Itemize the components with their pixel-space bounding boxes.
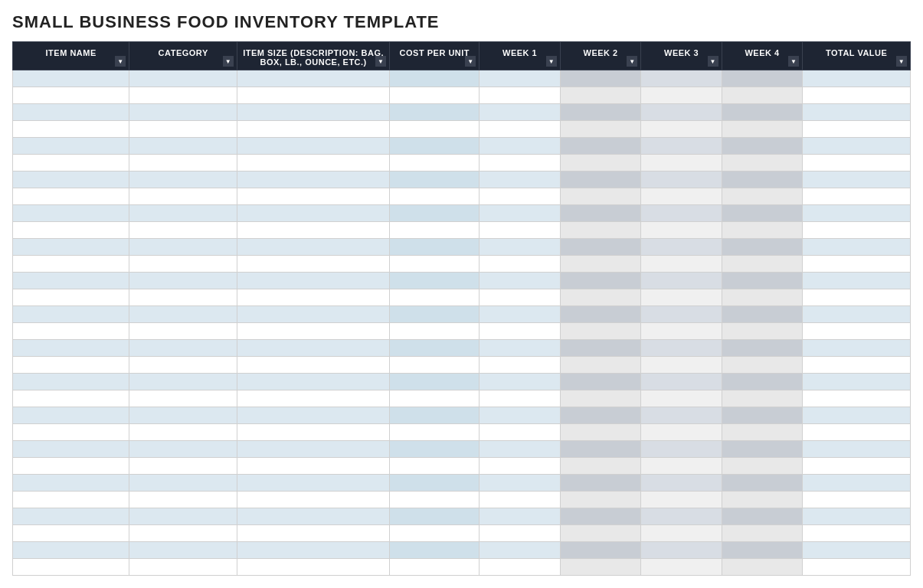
- cell-week3[interactable]: [641, 508, 722, 525]
- cell-week1[interactable]: [480, 239, 560, 256]
- cell-week3[interactable]: [641, 138, 722, 155]
- cell-item-name[interactable]: [13, 87, 129, 104]
- cell-week3[interactable]: [641, 87, 722, 104]
- cell-item-name[interactable]: [13, 172, 129, 188]
- cell-week2[interactable]: [560, 222, 640, 239]
- cell-cost-per-unit[interactable]: [390, 374, 480, 390]
- cell-item-name[interactable]: [13, 306, 129, 323]
- cell-category[interactable]: [129, 306, 237, 323]
- cell-item-name[interactable]: [13, 273, 129, 289]
- week3-dropdown[interactable]: ▼: [708, 56, 718, 67]
- cell-category[interactable]: [129, 289, 237, 306]
- cell-week1[interactable]: [480, 87, 560, 104]
- cell-week2[interactable]: [560, 340, 640, 357]
- cell-total-value[interactable]: [803, 289, 911, 306]
- cell-item-name[interactable]: [13, 390, 129, 407]
- cell-cost-per-unit[interactable]: [390, 121, 480, 138]
- cell-week4[interactable]: [722, 222, 802, 239]
- cell-week4[interactable]: [722, 205, 802, 222]
- week4-dropdown[interactable]: ▼: [788, 56, 799, 67]
- cell-week1[interactable]: [480, 323, 560, 340]
- cell-week4[interactable]: [722, 407, 802, 424]
- cell-item-name[interactable]: [13, 374, 129, 390]
- cell-total-value[interactable]: [803, 306, 911, 323]
- cell-total-value[interactable]: [803, 424, 911, 441]
- table-row[interactable]: [13, 559, 911, 576]
- cell-week1[interactable]: [480, 172, 560, 188]
- table-row[interactable]: [13, 390, 911, 407]
- table-row[interactable]: [13, 289, 911, 306]
- cell-week1[interactable]: [480, 475, 560, 492]
- cell-week4[interactable]: [722, 172, 802, 188]
- cell-week2[interactable]: [560, 458, 640, 475]
- cell-category[interactable]: [129, 559, 237, 576]
- cell-total-value[interactable]: [803, 492, 911, 508]
- cell-item-name[interactable]: [13, 559, 129, 576]
- cell-item-size[interactable]: [237, 273, 389, 289]
- cell-week3[interactable]: [641, 525, 722, 542]
- cell-week4[interactable]: [722, 340, 802, 357]
- cell-week3[interactable]: [641, 441, 722, 458]
- cell-cost-per-unit[interactable]: [390, 424, 480, 441]
- table-row[interactable]: [13, 155, 911, 172]
- cell-cost-per-unit[interactable]: [390, 475, 480, 492]
- cell-cost-per-unit[interactable]: [390, 138, 480, 155]
- cost-per-unit-dropdown[interactable]: ▼: [465, 56, 476, 67]
- cell-week1[interactable]: [480, 492, 560, 508]
- cell-cost-per-unit[interactable]: [390, 390, 480, 407]
- table-row[interactable]: [13, 239, 911, 256]
- table-row[interactable]: [13, 172, 911, 188]
- cell-category[interactable]: [129, 542, 237, 559]
- cell-category[interactable]: [129, 323, 237, 340]
- cell-week3[interactable]: [641, 340, 722, 357]
- table-row[interactable]: [13, 273, 911, 289]
- cell-week1[interactable]: [480, 104, 560, 121]
- cell-week1[interactable]: [480, 273, 560, 289]
- cell-item-name[interactable]: [13, 121, 129, 138]
- cell-week1[interactable]: [480, 424, 560, 441]
- cell-week4[interactable]: [722, 87, 802, 104]
- cell-total-value[interactable]: [803, 87, 911, 104]
- cell-week1[interactable]: [480, 340, 560, 357]
- table-row[interactable]: [13, 407, 911, 424]
- cell-week4[interactable]: [722, 475, 802, 492]
- cell-week3[interactable]: [641, 155, 722, 172]
- cell-cost-per-unit[interactable]: [390, 441, 480, 458]
- cell-week2[interactable]: [560, 407, 640, 424]
- cell-cost-per-unit[interactable]: [390, 508, 480, 525]
- cell-category[interactable]: [129, 374, 237, 390]
- cell-item-name[interactable]: [13, 407, 129, 424]
- cell-total-value[interactable]: [803, 441, 911, 458]
- cell-total-value[interactable]: [803, 357, 911, 374]
- cell-week2[interactable]: [560, 475, 640, 492]
- cell-item-name[interactable]: [13, 239, 129, 256]
- cell-week2[interactable]: [560, 172, 640, 188]
- cell-week3[interactable]: [641, 492, 722, 508]
- cell-total-value[interactable]: [803, 138, 911, 155]
- cell-category[interactable]: [129, 525, 237, 542]
- table-row[interactable]: [13, 458, 911, 475]
- cell-week2[interactable]: [560, 306, 640, 323]
- table-row[interactable]: [13, 205, 911, 222]
- cell-week4[interactable]: [722, 424, 802, 441]
- cell-total-value[interactable]: [803, 172, 911, 188]
- cell-item-name[interactable]: [13, 222, 129, 239]
- cell-cost-per-unit[interactable]: [390, 542, 480, 559]
- cell-item-size[interactable]: [237, 475, 389, 492]
- cell-cost-per-unit[interactable]: [390, 306, 480, 323]
- cell-total-value[interactable]: [803, 323, 911, 340]
- cell-total-value[interactable]: [803, 340, 911, 357]
- cell-item-size[interactable]: [237, 306, 389, 323]
- cell-week2[interactable]: [560, 155, 640, 172]
- cell-item-name[interactable]: [13, 289, 129, 306]
- table-row[interactable]: [13, 188, 911, 205]
- cell-category[interactable]: [129, 155, 237, 172]
- cell-week3[interactable]: [641, 273, 722, 289]
- table-row[interactable]: [13, 508, 911, 525]
- cell-total-value[interactable]: [803, 508, 911, 525]
- cell-week4[interactable]: [722, 441, 802, 458]
- cell-week4[interactable]: [722, 155, 802, 172]
- cell-item-name[interactable]: [13, 70, 129, 87]
- cell-cost-per-unit[interactable]: [390, 172, 480, 188]
- cell-cost-per-unit[interactable]: [390, 188, 480, 205]
